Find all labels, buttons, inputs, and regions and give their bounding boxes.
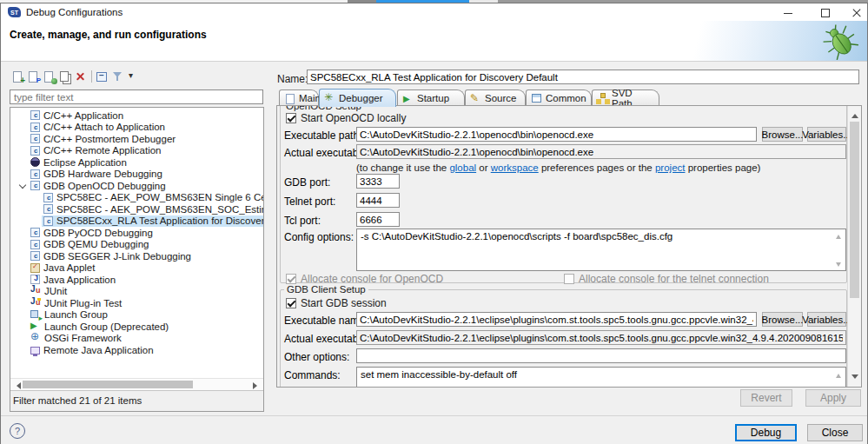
browse-button[interactable]: Browse... [762,312,803,327]
project-properties-link[interactable]: project [655,162,686,173]
duplicate-icon[interactable] [57,70,73,84]
hint-text: (to change it use the [356,162,449,173]
scroll-up-arrow-icon[interactable] [851,110,858,118]
filter-input[interactable] [10,89,263,104]
debug-button[interactable]: Debug [735,424,797,441]
filter-icon[interactable] [110,70,126,84]
c-application-icon [30,110,40,120]
tree-item[interactable]: GDB PyOCD Debugging [10,227,263,239]
allocate-console-checkbox[interactable]: Allocate console for OpenOCD [286,273,443,285]
apply-button[interactable]: Apply [805,389,861,407]
tab-label: Main [299,93,321,103]
toolbar-separator [91,70,92,83]
tree-item[interactable]: SPC58EC - AEK_POW_BMS63EN_SOC_Estimation… [10,203,263,215]
vscroll-thumb[interactable] [850,122,859,298]
hint-text: properties page) [685,162,760,173]
tree-item[interactable]: Launch Group [10,309,263,321]
tab-source[interactable]: Source [465,89,526,106]
maximize-button[interactable] [814,6,837,19]
page-title: Create, manage, and run configurations [10,29,207,41]
scroll-left-arrow-icon[interactable] [13,382,21,389]
tree-item[interactable]: Remote Java Application [10,344,263,356]
tree-item[interactable]: C/C++ Postmortem Debugger [10,133,263,145]
tcl-port-input[interactable] [356,212,400,227]
revert-button[interactable]: Revert [740,389,792,407]
telnet-port-input[interactable] [356,193,400,208]
tree-item[interactable]: Eclipse Application [10,156,263,169]
scroll-right-arrow-icon[interactable] [253,382,261,389]
tree-item[interactable]: Java Application [10,274,263,286]
expander-spacer [17,321,29,332]
export-configuration-icon[interactable] [42,70,57,84]
tab-main[interactable]: Main [279,89,319,106]
new-prototype-icon[interactable] [26,70,42,84]
tree-item[interactable]: C/C++ Remote Application [10,145,263,157]
expander-spacer [17,169,29,180]
tree-item[interactable]: GDB QEMU Debugging [10,239,263,251]
executable-name-input[interactable] [356,312,757,327]
content-vscrollbar[interactable] [847,106,862,387]
tab-debugger[interactable]: Debugger [319,89,396,107]
textarea-scroll-down-icon[interactable] [836,262,841,269]
commands-textarea[interactable]: set mem inaccessible-by-default off [356,367,846,388]
c-application-icon [30,146,40,156]
launch-group-icon [30,309,41,320]
name-label: Name: [277,73,308,85]
textarea-scroll-up-icon[interactable] [836,371,841,378]
tree-item[interactable]: GDB Hardware Debugging [10,169,263,181]
name-input[interactable] [307,70,859,84]
close-button[interactable]: Close [807,424,863,441]
executable-path-input[interactable] [356,127,757,142]
new-configuration-icon[interactable] [10,70,26,84]
tree-item[interactable]: SPC58ECxx_RLA Test Application for Disco… [10,215,263,228]
allocate-telnet-console-checkbox[interactable]: Allocate console for the telnet connecti… [564,273,769,285]
delete-icon[interactable] [73,70,89,84]
scroll-down-arrow-icon[interactable] [851,374,858,382]
tree-item[interactable]: GDB SEGGER J-Link Debugging [10,250,263,262]
tab-svd-path[interactable]: SVD Path [592,89,659,106]
c-application-icon [43,216,53,226]
eclipse-application-icon [30,157,40,167]
gdb-port-input[interactable] [356,174,400,189]
tree-item[interactable]: C/C++ Attach to Application [10,122,263,134]
tree-item[interactable]: C/C++ Application [10,109,263,122]
gdb-port-label: GDB port: [284,176,330,189]
tree-item[interactable]: Java Applet [10,262,263,275]
menu-dropdown-icon[interactable] [126,70,142,84]
tree-item-label: Launch Group [44,309,108,320]
textarea-scroll-up-icon[interactable] [836,232,841,239]
tree-item[interactable]: OSGi Framework [10,333,263,345]
variables-button[interactable]: Variables... [807,312,846,327]
minimize-button[interactable] [777,6,799,19]
tree-item[interactable]: Launch Group (Deprecated) [10,321,263,333]
bug-image [820,23,860,61]
start-openocd-checkbox[interactable]: Start OpenOCD locally [286,112,406,124]
tree-item[interactable]: GDB OpenOCD Debugging [10,180,263,192]
tree-item-label: GDB SEGGER J-Link Debugging [43,251,191,262]
global-preferences-link[interactable]: global [449,162,476,173]
tab-startup[interactable]: Startup [397,89,465,106]
config-options-textarea[interactable]: -s C:\AutoDevKitStudio-2.2.1\openocd\scr… [356,229,846,271]
hscroll-thumb[interactable] [23,381,193,388]
close-window-button[interactable] [845,6,868,19]
source-tab-icon [470,93,481,104]
other-options-input[interactable] [356,348,846,363]
browse-button[interactable]: Browse... [762,127,803,142]
tree-item[interactable]: JUnit [10,286,263,298]
expander-spacer [17,156,29,168]
variables-button[interactable]: Variables... [807,127,846,142]
main-tab-icon [284,93,295,104]
tree-item[interactable]: JUnit Plug-in Test [10,297,263,309]
expander-icon[interactable] [17,180,29,191]
tree-item-label: JUnit [44,286,67,296]
tree-item-label: Launch Group (Deprecated) [44,321,169,332]
help-button[interactable]: ? [10,423,25,439]
collapse-all-icon[interactable] [95,70,110,84]
tab-common[interactable]: Common [526,89,592,106]
c-application-icon [43,193,53,202]
tree-item[interactable]: SPC58EC - AEK_POW_BMS63EN Single 6 Cells… [10,192,263,204]
workspace-preferences-link[interactable]: workspace [491,162,539,173]
tree-hscrollbar[interactable] [10,378,263,390]
java-applet-icon [30,263,40,273]
start-gdb-session-checkbox[interactable]: Start GDB session [286,297,387,309]
